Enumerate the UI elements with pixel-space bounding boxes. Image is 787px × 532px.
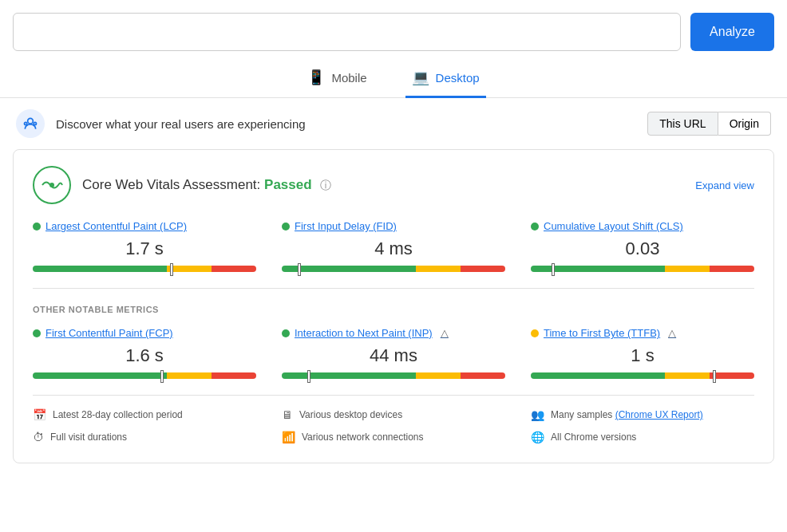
- metrics-divider: [33, 288, 754, 289]
- metric-value-inp: 44 ms: [282, 345, 505, 366]
- footer-item-1: 🖥 Various desktop devices: [282, 408, 505, 421]
- svg-point-0: [28, 118, 34, 124]
- bar-indicator-lcp: [167, 263, 176, 274]
- progress-bar-lcp: [33, 266, 256, 272]
- cwv-status: Passed: [264, 177, 312, 192]
- bar-indicator-fcp: [157, 370, 167, 381]
- tab-mobile[interactable]: 📱 Mobile: [301, 61, 373, 98]
- url-input[interactable]: https://ecommerce-playground.lambdatest.…: [13, 13, 681, 51]
- analyze-button[interactable]: Analyze: [690, 13, 774, 51]
- metric-dot: [531, 329, 539, 337]
- discover-left: Discover what your real users are experi…: [16, 109, 306, 138]
- progress-bar-inp: [282, 372, 505, 379]
- discover-buttons: This URL Origin: [647, 112, 771, 136]
- footer-icon-3: ⏱: [33, 431, 44, 443]
- discover-icon: [16, 109, 45, 138]
- bar-indicator-fid: [295, 263, 304, 274]
- metric-value-fcp: 1.6 s: [33, 345, 256, 366]
- tab-desktop[interactable]: 💻 Desktop: [405, 61, 486, 98]
- footer-text-3: Full visit durations: [50, 432, 127, 443]
- metric-dot: [33, 223, 41, 231]
- cwv-title: Core Web Vitals Assessment: Passed ⓘ: [82, 177, 331, 193]
- metric-fid: First Input Delay (FID) 4 ms: [282, 220, 505, 272]
- metric-value-cls: 0.03: [531, 238, 754, 259]
- mobile-icon: 📱: [307, 69, 325, 86]
- tab-bar: 📱 Mobile 💻 Desktop: [0, 61, 787, 98]
- chrome-ux-report-link[interactable]: (Chrome UX Report): [615, 409, 703, 420]
- metric-label-fcp[interactable]: First Contentful Paint (FCP): [33, 327, 256, 339]
- metric-label-cls[interactable]: Cumulative Layout Shift (CLS): [531, 220, 754, 232]
- metric-value-ttfb: 1 s: [531, 345, 754, 366]
- footer-item-3: ⏱ Full visit durations: [33, 431, 256, 443]
- cwv-help-icon[interactable]: ⓘ: [320, 179, 331, 191]
- metric-value-lcp: 1.7 s: [33, 238, 256, 259]
- metric-ttfb: Time to First Byte (TTFB)△ 1 s: [531, 327, 754, 379]
- progress-bar-fcp: [33, 372, 256, 379]
- svg-point-3: [49, 183, 54, 187]
- metric-label-ttfb[interactable]: Time to First Byte (TTFB)△: [531, 327, 754, 339]
- progress-bar-fid: [282, 266, 505, 272]
- metric-tag-inp: △: [441, 327, 449, 339]
- footer-grid: 📅 Latest 28-day collection period 🖥 Vari…: [33, 395, 754, 443]
- footer-icon-2: 👥: [531, 408, 544, 421]
- footer-item-4: 📶 Various network connections: [282, 431, 505, 443]
- metric-dot: [531, 223, 539, 231]
- footer-text-0: Latest 28-day collection period: [53, 409, 183, 420]
- footer-icon-0: 📅: [33, 408, 46, 421]
- progress-bar-cls: [531, 266, 754, 272]
- metric-dot: [33, 329, 41, 337]
- cwv-header: Core Web Vitals Assessment: Passed ⓘ Exp…: [33, 166, 754, 204]
- core-metrics-grid: Largest Contentful Paint (LCP) 1.7 s Fir…: [33, 220, 754, 272]
- url-bar-section: https://ecommerce-playground.lambdatest.…: [0, 0, 787, 61]
- this-url-button[interactable]: This URL: [647, 112, 718, 136]
- cwv-left: Core Web Vitals Assessment: Passed ⓘ: [33, 166, 331, 204]
- expand-view-link[interactable]: Expand view: [695, 179, 754, 191]
- discover-text: Discover what your real users are experi…: [56, 117, 306, 131]
- metric-inp: Interaction to Next Paint (INP)△ 44 ms: [282, 327, 505, 379]
- footer-item-5: 🌐 All Chrome versions: [531, 431, 754, 443]
- footer-icon-4: 📶: [282, 431, 295, 443]
- bar-indicator-cls: [548, 263, 558, 274]
- footer-text-5: All Chrome versions: [551, 432, 636, 443]
- metric-tag-ttfb: △: [668, 327, 676, 339]
- metric-fcp: First Contentful Paint (FCP) 1.6 s: [33, 327, 256, 379]
- cwv-icon: [33, 166, 71, 204]
- metric-cls: Cumulative Layout Shift (CLS) 0.03: [531, 220, 754, 272]
- metric-dot: [282, 223, 290, 231]
- footer-text-4: Various network connections: [302, 432, 424, 443]
- tab-desktop-label: Desktop: [436, 71, 480, 85]
- metric-dot: [282, 329, 290, 337]
- metric-label-fid[interactable]: First Input Delay (FID): [282, 220, 505, 232]
- metric-label-inp[interactable]: Interaction to Next Paint (INP)△: [282, 327, 505, 339]
- tab-mobile-label: Mobile: [331, 71, 366, 85]
- metric-value-fid: 4 ms: [282, 238, 505, 259]
- footer-text-1: Various desktop devices: [299, 409, 402, 420]
- metric-label-lcp[interactable]: Largest Contentful Paint (LCP): [33, 220, 256, 232]
- discover-bar: Discover what your real users are experi…: [0, 98, 787, 149]
- footer-item-2: 👥 Many samples (Chrome UX Report): [531, 408, 754, 421]
- main-card: Core Web Vitals Assessment: Passed ⓘ Exp…: [13, 149, 774, 463]
- bar-indicator-inp: [304, 370, 314, 381]
- bar-indicator-ttfb: [710, 370, 719, 381]
- footer-text-2: Many samples (Chrome UX Report): [551, 409, 703, 420]
- svg-point-1: [25, 122, 27, 124]
- origin-button[interactable]: Origin: [718, 112, 771, 136]
- svg-point-2: [34, 122, 36, 124]
- footer-icon-5: 🌐: [531, 431, 544, 443]
- metric-lcp: Largest Contentful Paint (LCP) 1.7 s: [33, 220, 256, 272]
- other-notable-label: OTHER NOTABLE METRICS: [33, 305, 754, 314]
- footer-icon-1: 🖥: [282, 408, 293, 421]
- progress-bar-ttfb: [531, 372, 754, 379]
- desktop-icon: 💻: [412, 69, 429, 86]
- other-metrics-grid: First Contentful Paint (FCP) 1.6 s Inter…: [33, 327, 754, 379]
- footer-item-0: 📅 Latest 28-day collection period: [33, 408, 256, 421]
